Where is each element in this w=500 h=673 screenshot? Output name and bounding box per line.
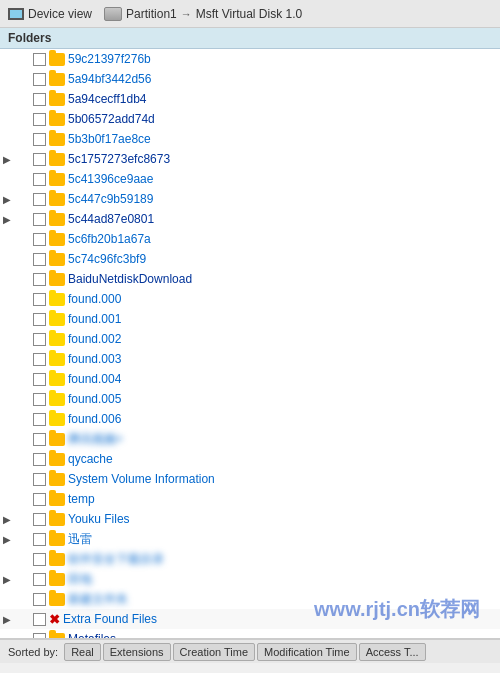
- list-item[interactable]: ▶ 5c447c9b59189: [0, 189, 500, 209]
- list-item[interactable]: 5c41396ce9aae: [0, 169, 500, 189]
- list-item[interactable]: 软件安全下载目录: [0, 549, 500, 569]
- list-item[interactable]: found.002: [0, 329, 500, 349]
- item-checkbox[interactable]: [33, 93, 46, 106]
- item-label: 5b06572add74d: [68, 112, 155, 126]
- list-item[interactable]: ▶ 5c44ad87e0801: [0, 209, 500, 229]
- item-checkbox[interactable]: [33, 593, 46, 606]
- folders-header: Folders: [0, 28, 500, 49]
- list-item[interactable]: 5b3b0f17ae8ce: [0, 129, 500, 149]
- folders-label: Folders: [8, 31, 51, 45]
- list-item[interactable]: 59c21397f276b: [0, 49, 500, 69]
- list-item[interactable]: 5a94cecff1db4: [0, 89, 500, 109]
- folder-icon: [49, 453, 65, 466]
- folder-icon: [49, 293, 65, 306]
- item-checkbox[interactable]: [33, 493, 46, 506]
- list-item[interactable]: found.003: [0, 349, 500, 369]
- item-checkbox[interactable]: [33, 453, 46, 466]
- folder-icon: [49, 373, 65, 386]
- creation-time-sort-button[interactable]: Creation Time: [173, 643, 255, 661]
- item-checkbox[interactable]: [33, 613, 46, 626]
- item-checkbox[interactable]: [33, 433, 46, 446]
- folder-icon: [49, 533, 65, 546]
- folder-icon: [49, 53, 65, 66]
- partition-item[interactable]: Partition1 → Msft Virtual Disk 1.0: [104, 7, 302, 21]
- expand-button[interactable]: ▶: [0, 572, 14, 586]
- file-tree[interactable]: 59c21397f276b 5a94bf3442d56 5a94cecff1db…: [0, 49, 500, 639]
- list-item[interactable]: found.004: [0, 369, 500, 389]
- item-checkbox[interactable]: [33, 193, 46, 206]
- real-sort-button[interactable]: Real: [64, 643, 101, 661]
- list-item[interactable]: 腾讯视频+: [0, 429, 500, 449]
- expand-button[interactable]: ▶: [0, 512, 14, 526]
- expand-button[interactable]: ▶: [0, 192, 14, 206]
- folder-icon: [49, 253, 65, 266]
- item-label: 5c1757273efc8673: [68, 152, 170, 166]
- item-checkbox[interactable]: [33, 353, 46, 366]
- item-checkbox[interactable]: [33, 53, 46, 66]
- hdd-icon: [104, 7, 122, 21]
- item-checkbox[interactable]: [33, 333, 46, 346]
- item-checkbox[interactable]: [33, 513, 46, 526]
- list-item[interactable]: BaiduNetdiskDownload: [0, 269, 500, 289]
- extra-found-files-item[interactable]: ▶ ✖ Extra Found Files: [0, 609, 500, 629]
- item-checkbox[interactable]: [33, 113, 46, 126]
- item-label: 5c41396ce9aae: [68, 172, 153, 186]
- item-checkbox[interactable]: [33, 153, 46, 166]
- item-checkbox[interactable]: [33, 293, 46, 306]
- list-item[interactable]: qycache: [0, 449, 500, 469]
- list-item[interactable]: ▶ Youku Files: [0, 509, 500, 529]
- item-checkbox[interactable]: [33, 273, 46, 286]
- item-checkbox[interactable]: [33, 553, 46, 566]
- item-checkbox[interactable]: [33, 413, 46, 426]
- device-view-button[interactable]: Device view: [8, 7, 92, 21]
- arrow-separator: →: [181, 8, 192, 20]
- item-checkbox[interactable]: [33, 213, 46, 226]
- list-item[interactable]: ▶ 5c1757273efc8673: [0, 149, 500, 169]
- list-item[interactable]: 5c6fb20b1a67a: [0, 229, 500, 249]
- item-checkbox[interactable]: [33, 73, 46, 86]
- expand-button[interactable]: ▶: [0, 612, 14, 626]
- access-time-sort-button[interactable]: Access T...: [359, 643, 426, 661]
- list-item[interactable]: ▶ 迅雷: [0, 529, 500, 549]
- item-checkbox[interactable]: [33, 313, 46, 326]
- item-checkbox[interactable]: [33, 393, 46, 406]
- list-item[interactable]: 新建文件夹: [0, 589, 500, 609]
- item-label-blurred: 软件安全下载目录: [68, 551, 164, 568]
- list-item[interactable]: 5c74c96fc3bf9: [0, 249, 500, 269]
- list-item[interactable]: 5b06572add74d: [0, 109, 500, 129]
- item-checkbox[interactable]: [33, 533, 46, 546]
- item-checkbox[interactable]: [33, 133, 46, 146]
- item-label: 5c74c96fc3bf9: [68, 252, 146, 266]
- list-item[interactable]: temp: [0, 489, 500, 509]
- item-label: 5c44ad87e0801: [68, 212, 154, 226]
- folder-icon: [49, 493, 65, 506]
- list-item[interactable]: found.001: [0, 309, 500, 329]
- list-item[interactable]: 5a94bf3442d56: [0, 69, 500, 89]
- sorted-by-label: Sorted by:: [4, 646, 62, 658]
- item-checkbox[interactable]: [33, 573, 46, 586]
- item-checkbox[interactable]: [33, 253, 46, 266]
- item-label: found.002: [68, 332, 121, 346]
- item-checkbox[interactable]: [33, 233, 46, 246]
- list-item[interactable]: ▶ 田地: [0, 569, 500, 589]
- extra-found-label: Extra Found Files: [63, 612, 157, 626]
- list-item[interactable]: found.006: [0, 409, 500, 429]
- modification-time-sort-button[interactable]: Modification Time: [257, 643, 357, 661]
- folder-icon: [49, 153, 65, 166]
- list-item[interactable]: System Volume Information: [0, 469, 500, 489]
- item-checkbox[interactable]: [33, 373, 46, 386]
- disk-label: Msft Virtual Disk 1.0: [196, 7, 302, 21]
- expand-button[interactable]: ▶: [0, 212, 14, 226]
- item-checkbox[interactable]: [33, 173, 46, 186]
- item-label: 5b3b0f17ae8ce: [68, 132, 151, 146]
- list-item[interactable]: found.000: [0, 289, 500, 309]
- extensions-sort-button[interactable]: Extensions: [103, 643, 171, 661]
- item-checkbox[interactable]: [33, 473, 46, 486]
- list-item[interactable]: found.005: [0, 389, 500, 409]
- folder-icon: [49, 553, 65, 566]
- metafiles-item[interactable]: Metafiles: [0, 629, 500, 639]
- item-label: System Volume Information: [68, 472, 215, 486]
- expand-button[interactable]: ▶: [0, 532, 14, 546]
- folder-icon: [49, 573, 65, 586]
- expand-button[interactable]: ▶: [0, 152, 14, 166]
